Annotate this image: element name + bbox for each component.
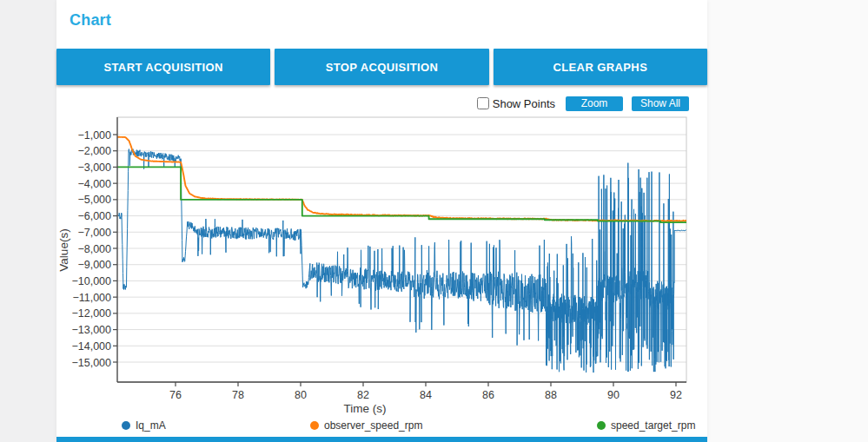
svg-text:−9,000: −9,000 bbox=[77, 259, 111, 271]
show-points-label: Show Points bbox=[493, 97, 555, 110]
legend-item-speed-target[interactable]: speed_target_rpm bbox=[597, 419, 695, 432]
svg-text:−5,000: −5,000 bbox=[77, 194, 111, 206]
svg-text:−10,000: −10,000 bbox=[71, 275, 111, 287]
svg-text:−12,000: −12,000 bbox=[71, 307, 111, 320]
svg-text:−2,000: −2,000 bbox=[77, 145, 111, 157]
svg-text:82: 82 bbox=[357, 389, 369, 401]
svg-text:−11,000: −11,000 bbox=[72, 292, 111, 304]
chart-legend: Iq_mA observer_speed_rpm speed_target_rp… bbox=[56, 419, 707, 433]
svg-text:88: 88 bbox=[545, 389, 557, 401]
svg-text:−6,000: −6,000 bbox=[77, 210, 111, 222]
legend-label: speed_target_rpm bbox=[611, 419, 695, 432]
svg-text:−1,000: −1,000 bbox=[77, 129, 111, 142]
show-points-checkbox[interactable] bbox=[477, 97, 489, 109]
chart-controls: Show Points Zoom Show All bbox=[477, 96, 689, 111]
legend-dot-orange bbox=[310, 421, 319, 430]
svg-text:−7,000: −7,000 bbox=[77, 227, 111, 239]
chart-series bbox=[117, 137, 686, 373]
chart-canvas[interactable]: −1,000−2,000−3,000−4,000−5,000−6,000−7,0… bbox=[56, 113, 707, 419]
svg-text:80: 80 bbox=[295, 389, 307, 401]
section-divider-bar bbox=[56, 437, 707, 442]
legend-item-observer-speed[interactable]: observer_speed_rpm bbox=[310, 419, 422, 432]
legend-label: observer_speed_rpm bbox=[324, 419, 422, 432]
zoom-button[interactable]: Zoom bbox=[566, 96, 623, 111]
legend-item-iq-ma[interactable]: Iq_mA bbox=[122, 419, 166, 432]
start-acquisition-button[interactable]: START ACQUISITION bbox=[56, 49, 270, 85]
toolbar: START ACQUISITION STOP ACQUISITION CLEAR… bbox=[56, 49, 707, 85]
stop-acquisition-button[interactable]: STOP ACQUISITION bbox=[275, 49, 488, 85]
svg-text:−13,000: −13,000 bbox=[71, 324, 111, 336]
svg-text:−15,000: −15,000 bbox=[71, 357, 111, 369]
svg-text:−8,000: −8,000 bbox=[77, 243, 111, 255]
svg-text:−14,000: −14,000 bbox=[71, 340, 111, 353]
x-axis-title: Time (s) bbox=[344, 402, 387, 415]
clear-graphs-button[interactable]: CLEAR GRAPHS bbox=[494, 49, 707, 85]
svg-text:92: 92 bbox=[670, 389, 682, 401]
chart-panel: Chart START ACQUISITION STOP ACQUISITION… bbox=[56, 0, 707, 442]
legend-dot-green bbox=[597, 421, 606, 430]
page-title: Chart bbox=[70, 11, 111, 30]
svg-text:78: 78 bbox=[232, 389, 244, 401]
svg-text:84: 84 bbox=[420, 389, 432, 401]
svg-text:90: 90 bbox=[607, 389, 620, 401]
svg-text:86: 86 bbox=[482, 389, 494, 401]
svg-text:−4,000: −4,000 bbox=[77, 178, 111, 190]
legend-dot-blue bbox=[122, 421, 130, 430]
axis-ticks bbox=[113, 135, 676, 386]
svg-text:76: 76 bbox=[169, 389, 182, 401]
y-axis-title: Value(s) bbox=[57, 228, 70, 271]
svg-text:−3,000: −3,000 bbox=[77, 162, 111, 174]
legend-label: Iq_mA bbox=[136, 419, 166, 432]
show-all-button[interactable]: Show All bbox=[632, 96, 689, 111]
left-margin-strip bbox=[0, 0, 57, 442]
